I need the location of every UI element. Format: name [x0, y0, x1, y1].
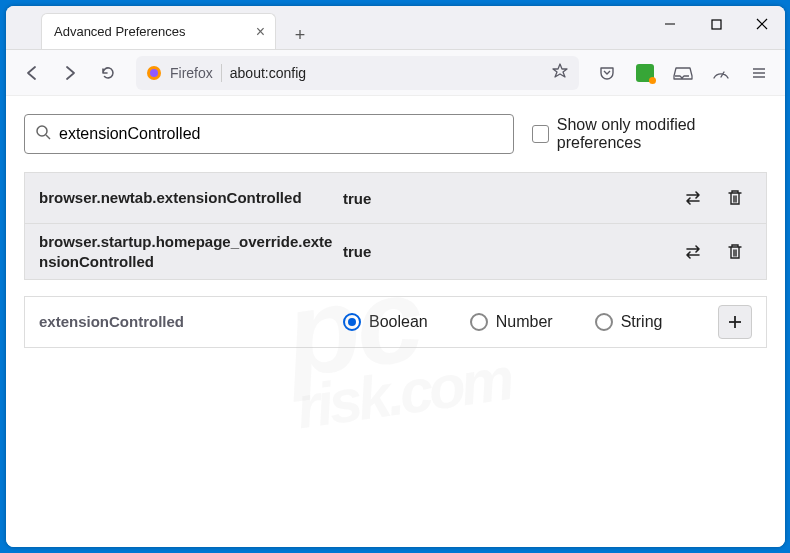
inbox-icon: [673, 64, 693, 82]
new-pref-row: extensionControlled Boolean Number Strin…: [24, 296, 767, 348]
preferences-table: browser.newtab.extensionControlled true …: [24, 172, 767, 280]
back-button[interactable]: [16, 57, 48, 89]
watermark-line2: risk.com: [292, 344, 514, 442]
tab-strip: Advanced Preferences × +: [6, 6, 320, 49]
new-tab-button[interactable]: +: [286, 21, 314, 49]
maximize-icon: [711, 19, 722, 30]
pref-value: true: [343, 190, 668, 207]
svg-rect-1: [712, 20, 721, 29]
reload-icon: [99, 64, 117, 82]
svg-point-9: [37, 126, 47, 136]
plus-icon: +: [295, 25, 306, 46]
radio-string[interactable]: String: [595, 313, 663, 331]
pocket-icon: [598, 64, 616, 82]
separator: [221, 64, 222, 82]
swap-icon: [683, 189, 703, 207]
hamburger-icon: [751, 65, 767, 81]
nav-toolbar: Firefox about:config: [6, 50, 785, 96]
svg-line-10: [46, 135, 50, 139]
new-pref-name: extensionControlled: [39, 312, 335, 332]
speed-button[interactable]: [705, 57, 737, 89]
search-box[interactable]: [24, 114, 514, 154]
bookmark-star-icon[interactable]: [551, 62, 569, 84]
identity-label: Firefox: [170, 65, 213, 81]
radio-number[interactable]: Number: [470, 313, 553, 331]
radio-label: Number: [496, 313, 553, 331]
checkbox-icon: [532, 125, 549, 143]
toggle-button[interactable]: [676, 235, 710, 269]
radio-icon: [595, 313, 613, 331]
tab-title: Advanced Preferences: [54, 24, 186, 39]
pref-row[interactable]: browser.newtab.extensionControlled true: [25, 173, 766, 223]
menu-button[interactable]: [743, 57, 775, 89]
inbox-button[interactable]: [667, 57, 699, 89]
pocket-button[interactable]: [591, 57, 623, 89]
radio-label: String: [621, 313, 663, 331]
pref-row[interactable]: browser.startup.homepage_override.extens…: [25, 223, 766, 279]
close-icon: [756, 18, 768, 30]
minimize-icon: [664, 18, 676, 30]
radio-icon: [343, 313, 361, 331]
add-button[interactable]: [718, 305, 752, 339]
swap-icon: [683, 243, 703, 261]
plus-icon: [727, 314, 743, 330]
window-controls: [647, 6, 785, 42]
close-button[interactable]: [739, 6, 785, 42]
content-area: pc risk.com Show only modified preferenc…: [6, 96, 785, 547]
forward-button[interactable]: [54, 57, 86, 89]
gauge-icon: [711, 64, 731, 82]
trash-icon: [727, 189, 743, 207]
back-arrow-icon: [23, 64, 41, 82]
extension-icon: [636, 64, 654, 82]
extension-button[interactable]: [629, 57, 661, 89]
close-icon[interactable]: ×: [256, 23, 265, 41]
search-row: Show only modified preferences: [24, 114, 767, 154]
toggle-button[interactable]: [676, 181, 710, 215]
forward-arrow-icon: [61, 64, 79, 82]
maximize-button[interactable]: [693, 6, 739, 42]
pref-name: browser.startup.homepage_override.extens…: [39, 232, 335, 271]
url-bar[interactable]: Firefox about:config: [136, 56, 579, 90]
radio-boolean[interactable]: Boolean: [343, 313, 428, 331]
checkbox-label: Show only modified preferences: [557, 116, 767, 152]
search-input[interactable]: [59, 125, 503, 143]
search-icon: [35, 124, 51, 144]
pref-value: true: [343, 243, 668, 260]
show-modified-checkbox[interactable]: Show only modified preferences: [532, 116, 767, 152]
minimize-button[interactable]: [647, 6, 693, 42]
browser-window: Advanced Preferences × +: [6, 6, 785, 547]
delete-button[interactable]: [718, 235, 752, 269]
tab-active[interactable]: Advanced Preferences ×: [41, 13, 276, 49]
pref-name: browser.newtab.extensionControlled: [39, 188, 335, 208]
radio-icon: [470, 313, 488, 331]
delete-button[interactable]: [718, 181, 752, 215]
type-radios: Boolean Number String: [343, 313, 710, 331]
titlebar: Advanced Preferences × +: [6, 6, 785, 50]
url-text: about:config: [230, 65, 543, 81]
firefox-icon: [146, 65, 162, 81]
trash-icon: [727, 243, 743, 261]
reload-button[interactable]: [92, 57, 124, 89]
svg-point-5: [150, 69, 158, 77]
radio-label: Boolean: [369, 313, 428, 331]
